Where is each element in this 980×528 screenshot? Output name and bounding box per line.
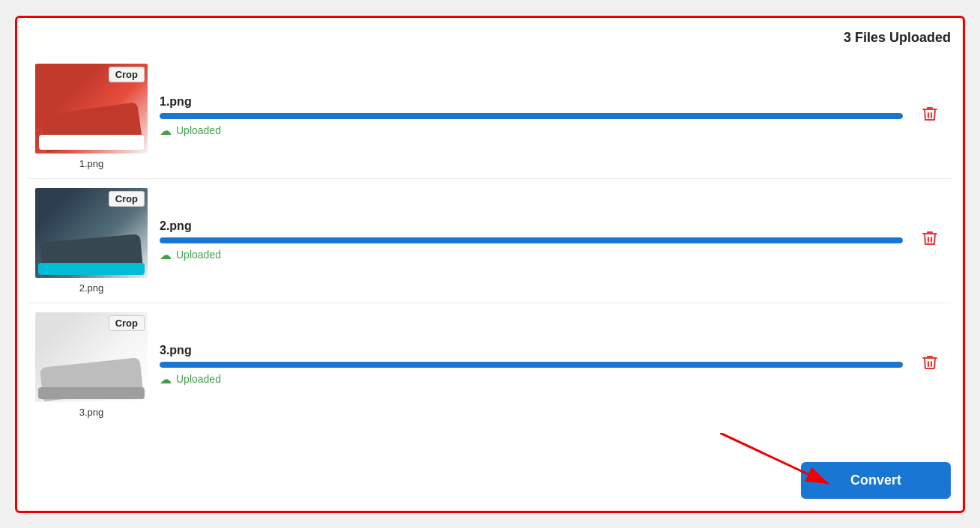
svg-line-1 [720,433,829,484]
crop-badge[interactable]: Crop [109,191,145,207]
trash-icon [921,105,939,123]
thumb-wrapper: Crop 1.png [35,64,148,169]
uploaded-row: ☁ Uploaded [160,372,903,386]
thumbnail-image: Crop [35,312,148,402]
cloud-upload-icon: ☁ [160,372,172,386]
thumb-wrapper: Crop 3.png [35,312,148,418]
file-row: Crop 1.png 1.png ☁ Uploaded [29,55,951,179]
files-count: 3 Files Uploaded [844,30,951,46]
uploaded-status: Uploaded [176,124,221,136]
progress-bar-fill [160,362,903,368]
cloud-upload-icon: ☁ [160,248,172,262]
file-info: 3.png ☁ Uploaded [160,344,903,386]
footer-row: Convert [29,439,951,499]
progress-bar-bg [160,237,903,243]
file-info: 2.png ☁ Uploaded [160,219,903,262]
file-name: 2.png [160,219,903,233]
uploaded-row: ☁ Uploaded [160,124,903,138]
progress-bar-bg [160,362,903,368]
thumb-label: 3.png [79,407,104,418]
delete-button[interactable] [915,226,945,255]
thumbnail-image: Crop [35,188,148,278]
file-info: 1.png ☁ Uploaded [160,95,903,138]
uploaded-status: Uploaded [176,249,221,261]
file-name: 3.png [160,344,903,357]
delete-button[interactable] [915,102,945,130]
thumb-label: 2.png [79,282,104,294]
trash-icon [921,353,939,371]
crop-badge[interactable]: Crop [109,67,145,82]
uploaded-status: Uploaded [176,373,221,385]
thumbnail-image: Crop [35,64,148,154]
progress-bar-fill [160,237,903,243]
thumb-wrapper: Crop 2.png [35,188,148,294]
thumb-label: 1.png [79,158,104,169]
arrow-icon [720,433,840,493]
progress-bar-fill [160,113,903,119]
file-row: Crop 3.png 3.png ☁ Uploaded [29,303,951,427]
main-container: 3 Files Uploaded Crop 1.png 1.png ☁ Uplo… [15,16,965,513]
progress-bar-bg [160,113,903,119]
header-row: 3 Files Uploaded [29,30,951,46]
trash-icon [921,229,939,247]
file-row: Crop 2.png 2.png ☁ Uploaded [29,179,951,303]
crop-badge[interactable]: Crop [109,315,145,331]
delete-button[interactable] [915,351,945,379]
cloud-upload-icon: ☁ [160,124,172,138]
file-list: Crop 1.png 1.png ☁ Uploaded [29,55,951,427]
file-name: 1.png [160,95,903,109]
uploaded-row: ☁ Uploaded [160,248,903,262]
